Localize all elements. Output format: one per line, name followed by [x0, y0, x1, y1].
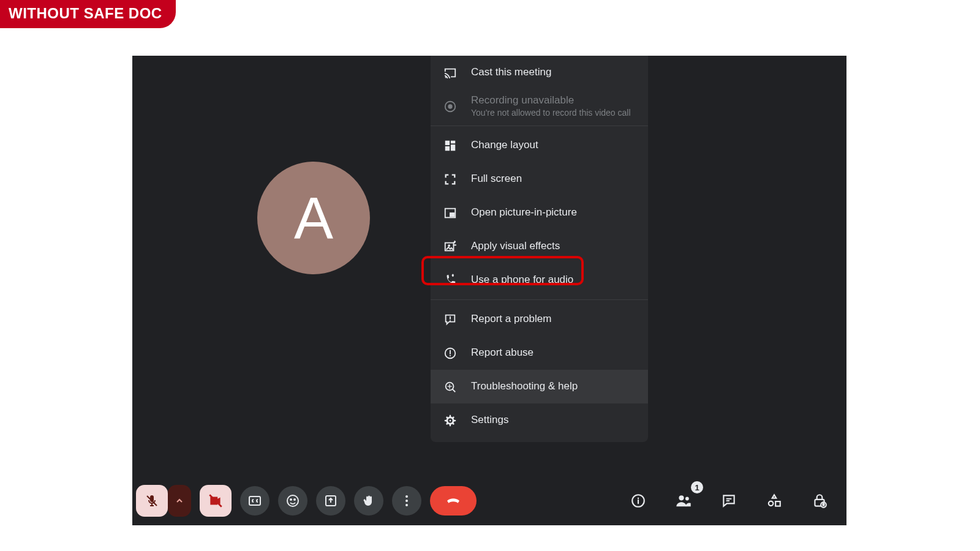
- menu-label: Troubleshooting & help: [471, 380, 578, 393]
- info-icon: [630, 493, 646, 509]
- camera-toggle-button[interactable]: [200, 485, 232, 517]
- meeting-toolbar: 1: [132, 476, 846, 525]
- meeting-info-button[interactable]: [624, 486, 653, 515]
- abuse-icon: [443, 346, 458, 361]
- menu-divider: [431, 299, 648, 300]
- menu-label: Open picture-in-picture: [471, 206, 577, 219]
- avatar-letter: A: [294, 184, 333, 252]
- gear-icon: [443, 413, 458, 428]
- more-options-menu: Cast this meeting Recording unavailable …: [431, 56, 648, 442]
- menu-label: Cast this meeting: [471, 66, 551, 79]
- menu-divider: [431, 126, 648, 126]
- svg-rect-4: [451, 140, 455, 143]
- activities-icon: [766, 493, 782, 509]
- menu-sublabel: You're not allowed to record this video …: [471, 107, 631, 118]
- menu-item-recording: Recording unavailable You're not allowed…: [431, 89, 648, 123]
- phone-audio-icon: [443, 273, 458, 288]
- svg-point-2: [448, 104, 452, 108]
- pip-icon: [443, 206, 458, 220]
- menu-label: Apply visual effects: [471, 239, 560, 253]
- menu-item-pip[interactable]: Open picture-in-picture: [431, 196, 648, 230]
- menu-item-settings[interactable]: Settings: [431, 403, 648, 437]
- svg-point-22: [679, 495, 684, 500]
- menu-label: Change layout: [471, 138, 538, 152]
- menu-label: Full screen: [471, 172, 522, 186]
- toolbar-left: [136, 485, 477, 517]
- safe-doc-badge: WITHOUT SAFE DOC: [0, 0, 176, 28]
- menu-item-phone[interactable]: Use a phone for audio: [431, 263, 648, 297]
- svg-point-16: [294, 499, 295, 500]
- svg-rect-25: [775, 501, 780, 506]
- avatar: A: [257, 162, 370, 274]
- svg-point-15: [290, 499, 292, 500]
- people-count-badge: 1: [691, 481, 703, 493]
- emoji-icon: [285, 493, 300, 508]
- mic-toggle-button[interactable]: [136, 485, 168, 517]
- menu-item-abuse[interactable]: Report abuse: [431, 336, 648, 370]
- menu-label: Report abuse: [471, 346, 533, 359]
- leave-call-button[interactable]: [430, 486, 477, 515]
- cam-off-icon: [208, 493, 224, 509]
- menu-label: Report a problem: [471, 312, 551, 326]
- svg-point-10: [448, 244, 450, 247]
- menu-item-help[interactable]: Troubleshooting & help: [431, 370, 648, 403]
- menu-label: Settings: [471, 413, 508, 427]
- menu-item-fullscreen[interactable]: Full screen: [431, 162, 648, 196]
- raise-hand-button[interactable]: [354, 486, 383, 515]
- host-controls-button[interactable]: [805, 486, 834, 515]
- mic-options-button[interactable]: [168, 485, 191, 517]
- svg-point-14: [287, 495, 298, 506]
- lock-icon: [812, 493, 827, 509]
- effects-icon: [443, 239, 458, 254]
- svg-point-19: [405, 500, 408, 502]
- more-options-button[interactable]: [392, 486, 421, 515]
- svg-rect-8: [450, 213, 454, 217]
- activities-button[interactable]: [760, 486, 789, 515]
- chat-icon: [721, 493, 737, 509]
- captions-icon: [247, 493, 262, 508]
- svg-rect-5: [451, 144, 455, 151]
- menu-label: Use a phone for audio: [471, 273, 573, 287]
- more-vert-icon: [399, 493, 414, 508]
- hangup-icon: [444, 492, 462, 510]
- svg-rect-6: [445, 146, 450, 150]
- help-icon: [443, 380, 458, 394]
- captions-button[interactable]: [240, 486, 270, 515]
- mic-off-icon: [145, 493, 159, 508]
- hand-icon: [361, 493, 376, 508]
- record-icon: [443, 99, 458, 114]
- menu-item-report[interactable]: Report a problem: [431, 302, 648, 336]
- present-icon: [323, 493, 338, 508]
- svg-point-23: [685, 497, 689, 501]
- chat-button[interactable]: [714, 486, 744, 515]
- people-button[interactable]: 1: [669, 486, 698, 515]
- cast-icon: [443, 66, 458, 80]
- svg-point-0: [445, 77, 447, 78]
- present-button[interactable]: [316, 486, 345, 515]
- svg-rect-13: [249, 497, 260, 505]
- svg-point-20: [405, 504, 408, 506]
- toolbar-right: 1: [624, 486, 834, 515]
- fullscreen-icon: [443, 172, 458, 187]
- svg-point-24: [769, 501, 774, 506]
- svg-point-28: [823, 503, 824, 505]
- menu-item-effects[interactable]: Apply visual effects: [431, 230, 648, 263]
- menu-item-layout[interactable]: Change layout: [431, 129, 648, 162]
- svg-rect-3: [445, 140, 450, 144]
- chevron-up-icon: [175, 496, 184, 506]
- reactions-button[interactable]: [278, 486, 307, 515]
- menu-label: Recording unavailable: [471, 94, 631, 107]
- people-icon: [675, 492, 692, 509]
- layout-icon: [443, 138, 458, 153]
- svg-point-18: [405, 495, 408, 498]
- feedback-icon: [443, 312, 458, 327]
- menu-item-cast[interactable]: Cast this meeting: [431, 56, 648, 89]
- meet-window: A Cast this meeting Recording unavailabl…: [132, 56, 846, 525]
- safe-doc-label: WITHOUT SAFE DOC: [9, 5, 162, 21]
